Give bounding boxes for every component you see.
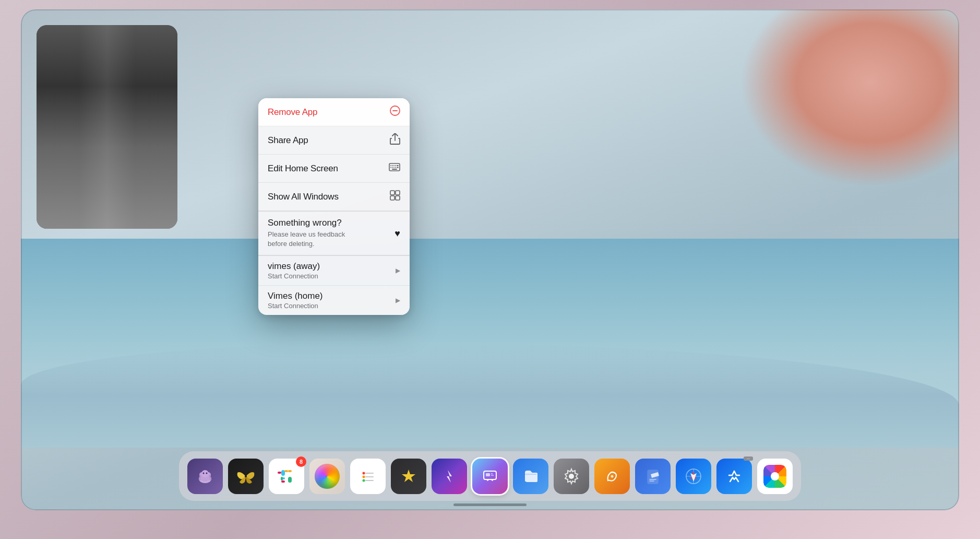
context-menu: Remove App Share App Edit Home Screen [258, 98, 410, 315]
menu-item-vimes-home[interactable]: Vimes (home) Start Connection ▶ [258, 286, 410, 315]
minus-circle-icon [390, 106, 400, 119]
svg-rect-16 [390, 196, 395, 200]
photo-content [37, 25, 177, 229]
photos-icon [757, 459, 793, 494]
menu-item-share-app[interactable]: Share App [258, 126, 410, 155]
svg-rect-14 [390, 191, 395, 195]
menu-item-feedback[interactable]: Something wrong? Please leave us feedbac… [258, 212, 410, 255]
svg-point-24 [206, 472, 208, 474]
vimes-home-subtitle: Start Connection [268, 302, 318, 310]
photo-widget [37, 25, 177, 229]
dock-app-slack[interactable]: 8 [269, 459, 304, 494]
svg-rect-46 [491, 473, 493, 474]
slack-badge: 8 [296, 456, 306, 467]
dock-app-goodnotes[interactable] [635, 459, 671, 494]
menu-item-vimes-away[interactable]: vimes (away) Start Connection ▶ [258, 256, 410, 286]
svg-rect-47 [491, 475, 494, 476]
dock-app-files[interactable] [513, 459, 548, 494]
appstore-icon [716, 459, 752, 494]
svg-point-37 [363, 472, 365, 474]
dock-app-safari[interactable] [676, 459, 711, 494]
reeder-icon [391, 459, 426, 494]
svg-point-25 [245, 475, 247, 477]
svg-point-39 [363, 475, 365, 478]
settings-icon [554, 459, 589, 494]
files-icon [513, 459, 548, 494]
dock-app-freeform[interactable] [594, 459, 630, 494]
vimes-away-subtitle: Start Connection [268, 272, 318, 280]
vectornator-icon [228, 459, 264, 494]
dock-app-settings[interactable] [554, 459, 589, 494]
svg-rect-17 [396, 196, 400, 200]
dock-app-vectornator[interactable] [228, 459, 264, 494]
remove-app-label: Remove App [268, 107, 317, 118]
svg-rect-33 [284, 470, 288, 472]
svg-rect-34 [281, 481, 285, 483]
windows-grid-icon [390, 190, 400, 203]
dock-app-photos[interactable] [757, 459, 793, 494]
svg-rect-45 [486, 473, 490, 476]
svg-point-48 [569, 474, 574, 479]
svg-point-49 [611, 475, 614, 477]
heart-icon: ♥ [395, 228, 400, 239]
ipad-screen: Remove App Share App Edit Home Screen [21, 9, 959, 510]
share-app-label: Share App [268, 135, 308, 146]
dock-app-reminders[interactable] [350, 459, 386, 494]
svg-rect-30 [288, 477, 292, 483]
arrow-right-icon-away: ▶ [396, 267, 400, 274]
svg-rect-15 [396, 191, 400, 195]
vimes-away-title: vimes (away) [268, 261, 320, 272]
feedback-title: Something wrong? [268, 218, 342, 228]
svg-rect-35 [278, 472, 281, 474]
screens-icon [472, 459, 508, 494]
shortcuts-icon [432, 459, 467, 494]
menu-item-edit-home[interactable]: Edit Home Screen [258, 155, 410, 183]
svg-rect-31 [281, 477, 283, 481]
dock-app-appstore[interactable]: — [716, 459, 752, 494]
home-indicator[interactable] [453, 503, 527, 506]
show-windows-label: Show All Windows [268, 192, 339, 202]
safari-icon [676, 459, 711, 494]
colorui-icon [309, 459, 345, 494]
freeform-icon [594, 459, 630, 494]
dock-app-reeder[interactable] [391, 459, 426, 494]
tableplus-icon [187, 459, 223, 494]
dock-app-tableplus[interactable] [187, 459, 223, 494]
dock-app-colorui[interactable] [309, 459, 345, 494]
dock: 8 [179, 451, 801, 501]
dock-app-screens[interactable] [472, 459, 508, 494]
dock-app-shortcuts[interactable] [432, 459, 467, 494]
edit-home-label: Edit Home Screen [268, 163, 338, 174]
svg-rect-28 [281, 470, 285, 476]
share-icon [390, 133, 400, 147]
feedback-subtitle: Please leave us feedbackbefore deleting. [268, 230, 345, 249]
vimes-home-title: Vimes (home) [268, 291, 323, 301]
svg-point-22 [201, 470, 209, 477]
menu-item-show-windows[interactable]: Show All Windows [258, 183, 410, 211]
svg-rect-32 [288, 470, 292, 472]
goodnotes-icon [635, 459, 671, 494]
svg-point-41 [363, 479, 365, 482]
svg-marker-43 [402, 470, 415, 482]
landscape-background [21, 239, 959, 448]
keyboard-icon [389, 163, 400, 174]
status-indicator: — [744, 456, 753, 461]
arrow-right-icon-home: ▶ [396, 297, 400, 304]
menu-item-remove-app[interactable]: Remove App [258, 98, 410, 126]
reminders-icon [350, 459, 386, 494]
svg-point-23 [203, 472, 205, 474]
